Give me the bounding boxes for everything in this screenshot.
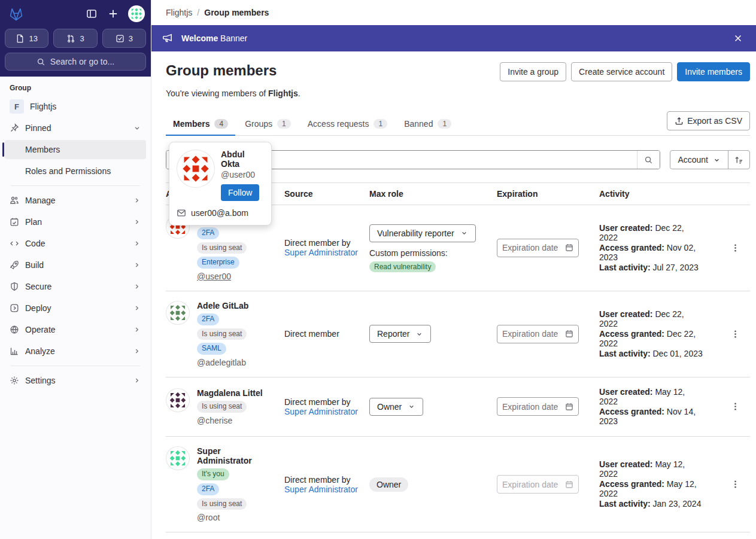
sidebar-item-operate[interactable]: Operate	[5, 320, 146, 339]
member-username-link[interactable]: @root	[197, 513, 220, 522]
sidebar-item-analyze[interactable]: Analyze	[5, 342, 146, 361]
member-username-link[interactable]: @user00	[197, 272, 231, 281]
member-avatar[interactable]	[166, 446, 190, 470]
member-avatar[interactable]	[166, 388, 190, 412]
expiration-date-input[interactable]	[502, 402, 563, 412]
source-by-link[interactable]: Super Administrator	[284, 248, 358, 257]
sidebar-item-plan[interactable]: Plan	[5, 212, 146, 232]
kebab-menu-icon[interactable]	[727, 476, 743, 492]
breadcrumb-group-link[interactable]: Flightjs	[166, 8, 192, 17]
activity-cell: User created: May 12, 2022 Access grante…	[599, 387, 705, 426]
chevron-right-icon	[133, 239, 141, 248]
member-username-link[interactable]: @cherise	[197, 416, 232, 425]
merge-requests-count: 3	[80, 34, 84, 43]
badge-its-you: It's you	[197, 468, 229, 480]
sidebar-item-roles-permissions[interactable]: Roles and Permissions	[5, 162, 146, 181]
export-csv-button[interactable]: Export as CSV	[667, 111, 750, 130]
member-name-link[interactable]: Adele GitLab	[197, 301, 248, 310]
kebab-menu-icon[interactable]	[727, 240, 743, 256]
user-avatar[interactable]	[128, 5, 145, 22]
chevron-down-icon	[713, 156, 721, 164]
chevron-down-icon	[133, 124, 141, 132]
sidebar-item-secure[interactable]: Secure	[5, 277, 146, 296]
member-username-link[interactable]: @adelegitlab	[197, 358, 246, 367]
users-icon	[10, 196, 19, 205]
table-row: Magdalena Littel Is using seat @cherise …	[166, 377, 750, 437]
pinned-label: Pinned	[25, 123, 51, 133]
source-by-link[interactable]: Super Administrator	[284, 485, 358, 494]
expiration-date-input[interactable]	[502, 243, 563, 252]
sidebar-item-group-flightjs[interactable]: F Flightjs	[5, 97, 146, 116]
max-role-cell: Owner	[369, 398, 497, 416]
sidebar-item-pinned[interactable]: Pinned	[5, 118, 146, 138]
max-role-dropdown[interactable]: Reporter	[369, 325, 431, 343]
follow-button[interactable]: Follow	[221, 184, 259, 201]
badge-seat: Is using seat	[197, 328, 247, 340]
merge-request-icon	[66, 34, 75, 43]
kebab-menu-icon[interactable]	[727, 398, 743, 415]
member-name-link[interactable]: Super Administrator	[197, 446, 263, 465]
issues-icon	[16, 34, 25, 43]
merge-requests-counter[interactable]: 3	[53, 29, 97, 48]
sidebar-item-settings[interactable]: Settings	[5, 371, 146, 390]
sidebar-item-members[interactable]: Members	[5, 140, 146, 159]
expiration-date-field[interactable]	[497, 325, 579, 343]
expiration-date-field[interactable]	[497, 239, 579, 257]
table-row: Adele GitLab 2FA Is using seat SAML @ade…	[166, 291, 750, 377]
sort-direction-icon[interactable]	[728, 151, 749, 169]
kebab-menu-icon[interactable]	[727, 326, 743, 342]
member-name-link[interactable]: Magdalena Littel	[197, 388, 263, 398]
max-role-cell: Vulnerability reporter Custom permission…	[369, 224, 497, 272]
search-bar[interactable]: Search or go to...	[5, 53, 146, 71]
sidebar-toggle-icon[interactable]	[85, 7, 98, 20]
code-label: Code	[25, 239, 45, 248]
chevron-right-icon	[133, 347, 141, 355]
badge-2fa: 2FA	[197, 313, 219, 325]
popover-email: user00@a.bom	[177, 208, 264, 218]
globe-icon	[10, 325, 19, 334]
invite-group-button[interactable]: Invite a group	[500, 62, 566, 81]
col-header-source: Source	[284, 183, 369, 205]
breadcrumb-separator: /	[197, 8, 199, 17]
filter-search-icon[interactable]	[637, 151, 660, 169]
sidebar-item-deploy[interactable]: Deploy	[5, 299, 146, 318]
invite-members-button[interactable]: Invite members	[677, 62, 750, 81]
todos-counter[interactable]: 3	[102, 29, 146, 48]
tab-access-requests[interactable]: Access requests1	[300, 114, 394, 135]
tab-banned[interactable]: Banned1	[397, 114, 459, 135]
tabs: Members4 Groups1 Access requests1 Banned…	[166, 111, 750, 136]
tab-members-count: 4	[214, 119, 228, 129]
source-cell: Direct member by Super Administrator	[284, 238, 369, 257]
popover-avatar	[177, 150, 215, 188]
tab-members[interactable]: Members4	[166, 114, 235, 135]
badge-seat: Is using seat	[197, 498, 247, 510]
sidebar-item-manage[interactable]: Manage	[5, 191, 146, 210]
sidebar-item-build[interactable]: Build	[5, 255, 146, 275]
code-icon	[10, 239, 19, 248]
account-sort-dropdown[interactable]: Account	[670, 151, 728, 169]
max-role-dropdown[interactable]: Vulnerability reporter	[369, 224, 476, 242]
activity-cell: User created: Dec 22, 2022 Access grante…	[599, 309, 705, 358]
source-by-link[interactable]: Super Administrator	[284, 407, 358, 416]
megaphone-icon	[162, 33, 173, 44]
user-popover: Abdul Okta @user00 Follow user00@a.bom	[169, 142, 272, 226]
issues-counter[interactable]: 13	[5, 29, 48, 48]
expiration-date-field[interactable]	[497, 397, 579, 416]
member-avatar[interactable]	[166, 301, 190, 325]
popover-user-name: Abdul Okta	[221, 150, 264, 169]
badge-seat: Is using seat	[197, 242, 247, 254]
create-service-account-button[interactable]: Create service account	[571, 62, 672, 81]
expiration-date-input[interactable]	[502, 329, 563, 339]
source-cell: Direct member by Super Administrator	[284, 397, 369, 416]
create-new-icon[interactable]	[107, 7, 120, 20]
badge-2fa: 2FA	[197, 483, 219, 495]
tab-access-requests-count: 1	[374, 119, 387, 129]
deploy-label: Deploy	[25, 303, 51, 313]
close-icon[interactable]	[731, 31, 745, 45]
activity-cell: User created: Dec 22, 2022 Access grante…	[599, 223, 705, 272]
tab-groups[interactable]: Groups1	[238, 114, 298, 135]
sidebar-item-code[interactable]: Code	[5, 234, 146, 253]
max-role-dropdown[interactable]: Owner	[369, 398, 423, 416]
chevron-down-icon	[460, 229, 468, 237]
badge-read-vulnerability: Read vulnerability	[369, 261, 436, 272]
